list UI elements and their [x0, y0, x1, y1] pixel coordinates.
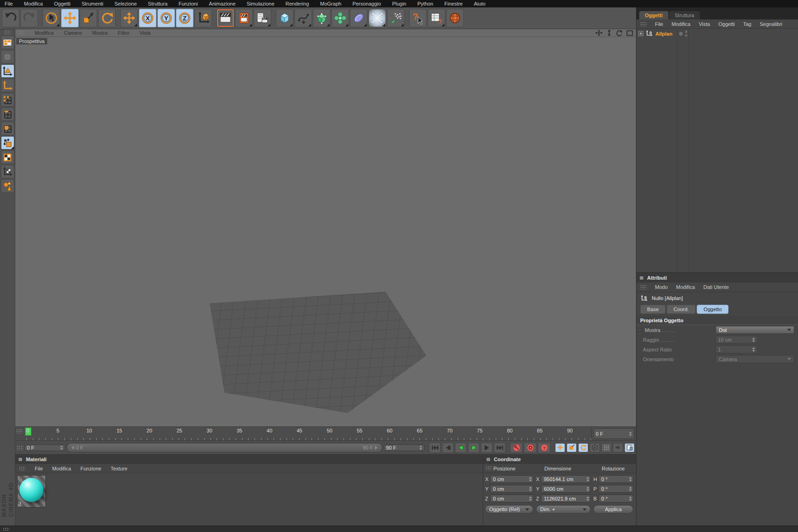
expand-icon[interactable] — [638, 31, 643, 36]
viewport-menu-drag-handle[interactable] — [18, 31, 25, 35]
attributes-drag-handle[interactable] — [640, 285, 647, 289]
menu-python[interactable]: Python — [418, 1, 433, 6]
editor-visibility-dot[interactable] — [679, 32, 683, 36]
stepper-icon[interactable] — [629, 487, 632, 491]
layout-button[interactable] — [1, 36, 14, 49]
play-backward-button[interactable] — [455, 443, 467, 453]
stepper-icon[interactable] — [629, 477, 632, 482]
tree-item-allplan[interactable]: 0 Allplan — [636, 29, 798, 38]
add-generator-button[interactable] — [313, 9, 330, 27]
apply-button[interactable]: Applica — [593, 505, 633, 513]
move-tool-button[interactable] — [61, 9, 79, 27]
raggio-spinner[interactable]: 10 cm — [716, 336, 757, 344]
status-drag-handle[interactable] — [3, 527, 9, 531]
viewport-menu-modifica[interactable]: Modifica — [35, 30, 54, 36]
om-menu-vista[interactable]: Vista — [699, 21, 710, 27]
play-forward-button[interactable] — [468, 443, 480, 453]
attr-menu-modifica[interactable]: Modifica — [676, 284, 695, 290]
menu-aiuto[interactable]: Aiuto — [474, 1, 486, 6]
frame-range-slider[interactable]: 0 F 90 F — [67, 443, 382, 452]
ruler-frame-spinner[interactable]: 0 F — [593, 428, 634, 439]
maximize-view-icon[interactable] — [626, 30, 633, 36]
om-menu-file[interactable]: File — [655, 21, 663, 27]
pos-z-field[interactable]: 0 cm — [490, 494, 533, 502]
viewport-menu-vista[interactable]: Vista — [139, 30, 150, 36]
last-tool-button[interactable] — [120, 9, 138, 27]
dim-y-field[interactable]: 6000 cm — [541, 485, 591, 493]
snap-mode-button[interactable] — [1, 136, 14, 150]
materials-menu-texture[interactable]: Texture — [111, 466, 127, 471]
om-menu-modifica[interactable]: Modifica — [672, 21, 691, 27]
render-visibility-dots[interactable] — [685, 31, 687, 37]
help-button[interactable]: ? — [409, 9, 427, 27]
add-spline-button[interactable] — [294, 9, 312, 27]
online-help-button[interactable] — [446, 9, 464, 27]
stepper-icon[interactable] — [419, 445, 422, 450]
add-environment-button[interactable] — [368, 9, 386, 27]
lock-z-button[interactable]: Z — [176, 9, 193, 27]
stepper-icon[interactable] — [752, 347, 755, 352]
attr-menu-dati-utente[interactable]: Dati Utente — [704, 284, 729, 290]
attributes-title-bar[interactable]: Attributi — [636, 273, 798, 282]
stepper-icon[interactable] — [752, 338, 755, 342]
next-frame-button[interactable] — [481, 443, 493, 453]
viewport-label[interactable]: Prospettiva — [16, 38, 47, 44]
viewport-canvas[interactable] — [15, 37, 636, 426]
materials-menu-modifica[interactable]: Modifica — [52, 466, 71, 471]
materials-menu-file[interactable]: File — [35, 466, 43, 471]
mostra-dropdown[interactable]: Dot — [716, 326, 794, 334]
rotate-view-icon[interactable] — [616, 30, 623, 36]
object-manager-drag-handle[interactable] — [640, 22, 647, 26]
rotate-tool-button[interactable] — [98, 9, 116, 27]
rot-h-field[interactable]: 0 ° — [598, 475, 633, 483]
menu-rendering[interactable]: Rendering — [286, 1, 309, 6]
tab-coord[interactable]: Coord. — [667, 305, 696, 314]
model-mode-button[interactable] — [1, 64, 14, 78]
menu-struttura[interactable]: Struttura — [148, 1, 168, 6]
start-frame-spinner[interactable]: 0 F — [25, 444, 65, 451]
add-primitive-button[interactable] — [276, 9, 293, 27]
coordinate-system-button[interactable] — [194, 9, 212, 27]
goto-start-button[interactable] — [429, 443, 441, 453]
stepper-icon[interactable] — [529, 487, 532, 491]
dim-x-field[interactable]: 950144.1 cm — [541, 475, 591, 483]
dim-z-field[interactable]: 1126021.9 cm — [541, 494, 591, 502]
attr-menu-modo[interactable]: Modo — [655, 284, 668, 290]
object-axis-mode-button[interactable] — [1, 79, 14, 92]
material-thumbnail[interactable]: 3 — [17, 475, 46, 507]
keyframe-presets-button[interactable] — [624, 443, 635, 452]
om-menu-oggetti[interactable]: Oggetti — [718, 21, 735, 27]
add-modifier-button[interactable] — [331, 9, 349, 27]
texture-axis-mode-button[interactable] — [1, 165, 14, 178]
goto-end-button[interactable] — [494, 443, 505, 453]
edges-mode-button[interactable] — [1, 107, 14, 121]
om-menu-segnalibri[interactable]: Segnalibri — [760, 21, 782, 27]
menu-modifica[interactable]: Modifica — [24, 1, 43, 6]
menu-finestre[interactable]: Finestre — [444, 1, 463, 6]
menu-strumenti[interactable]: Strumenti — [81, 1, 103, 6]
timeline-drag-handle[interactable] — [16, 429, 23, 433]
record-scale-button[interactable] — [567, 443, 577, 452]
kinematics-mode-button[interactable] — [1, 179, 14, 193]
menu-mograph[interactable]: MoGraph — [320, 1, 342, 6]
scale-tool-button[interactable] — [80, 9, 97, 27]
previous-frame-button[interactable] — [442, 443, 454, 453]
lock-y-button[interactable]: Y — [157, 9, 175, 27]
stepper-icon[interactable] — [586, 496, 589, 501]
points-mode-button[interactable] — [1, 93, 14, 106]
tab-base[interactable]: Base — [640, 305, 666, 314]
perspective-viewport[interactable]: Prospettiva — [15, 37, 636, 426]
menu-plugin[interactable]: Plugin — [392, 1, 406, 6]
palette-drag-handle[interactable] — [4, 30, 11, 35]
end-frame-spinner[interactable]: 90 F — [384, 444, 424, 451]
animation-dot-icon[interactable] — [638, 328, 642, 332]
tab-oggetti[interactable]: Oggetti — [639, 11, 668, 19]
undo-button[interactable] — [2, 9, 19, 27]
menu-funzioni[interactable]: Funzioni — [179, 1, 198, 6]
add-particles-button[interactable] — [387, 9, 405, 27]
dimension-mode-dropdown[interactable]: Dim. + — [536, 505, 591, 513]
viewport-menu-camere[interactable]: Camere — [64, 30, 82, 36]
render-picture-viewer-button[interactable] — [235, 9, 253, 27]
pan-view-icon[interactable] — [595, 30, 603, 36]
texture-mode-button[interactable] — [1, 150, 14, 164]
